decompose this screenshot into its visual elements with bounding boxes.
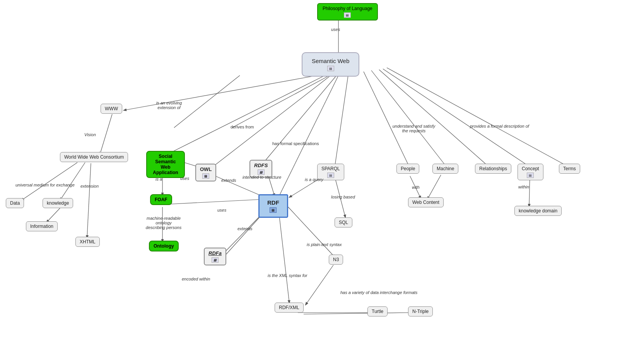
information-node[interactable]: Information xyxy=(26,221,58,231)
svg-line-25 xyxy=(335,176,345,217)
social-label: Social Semantic Web Application xyxy=(153,154,178,175)
owl-box: OWL ▤ xyxy=(195,164,216,181)
rdfa-node[interactable]: RDFa ▤ xyxy=(204,248,226,265)
rdfs-node[interactable]: RDFS ▤ xyxy=(249,160,272,178)
relationships-node[interactable]: Relationships xyxy=(475,164,511,174)
people-label: People xyxy=(401,166,415,171)
svg-line-33 xyxy=(427,175,441,199)
social-box: Social Semantic Web Application xyxy=(146,151,185,178)
foaf-node[interactable]: FOAF xyxy=(150,194,172,205)
edge-label-variety: has a variety of data interchange format… xyxy=(340,290,417,295)
ontology-box: Ontology xyxy=(149,241,179,251)
svg-line-35 xyxy=(174,75,240,128)
ontology-label: Ontology xyxy=(154,243,174,249)
knowledge-label: knowledge xyxy=(47,200,69,206)
relationships-label: Relationships xyxy=(479,166,507,171)
knowledgedomain-box: knowledge domain xyxy=(514,206,562,216)
wwc-box: World Wide Web Consortium xyxy=(60,152,128,162)
edge-label-uses-top: uses xyxy=(331,27,340,32)
semantic-web-icon: ▤ xyxy=(327,66,334,71)
concept-box: Concept ▤ xyxy=(518,164,543,180)
svg-line-19 xyxy=(211,174,265,197)
information-label: Information xyxy=(30,224,53,229)
owl-icon: ▤ xyxy=(202,173,209,179)
sql-box: SQL xyxy=(335,217,352,227)
turtle-node[interactable]: Turtle xyxy=(367,306,388,316)
svg-line-11 xyxy=(387,68,568,166)
xhtml-node[interactable]: XHTML xyxy=(75,237,100,247)
svg-line-9 xyxy=(379,70,489,167)
data-node[interactable]: Data xyxy=(6,198,24,208)
n3-node[interactable]: N3 xyxy=(329,255,343,265)
svg-line-36 xyxy=(232,75,330,128)
svg-line-27 xyxy=(278,209,289,303)
rdf-label: RDF xyxy=(267,199,279,206)
svg-line-20 xyxy=(166,199,264,204)
sparql-node[interactable]: SPARQL ▤ xyxy=(317,164,344,180)
svg-line-1 xyxy=(124,75,317,110)
people-node[interactable]: People xyxy=(396,164,419,174)
philosophy-box: Philosophy of Language ▤ xyxy=(317,3,378,21)
edge-label-losing: losing based xyxy=(331,195,355,199)
svg-line-14 xyxy=(60,162,85,200)
edge-label-understand: understand and satisfythe requests xyxy=(387,124,441,133)
foaf-label: FOAF xyxy=(155,197,167,202)
edge-label-extends-owl: extends xyxy=(221,178,236,183)
machine-node[interactable]: Machine xyxy=(432,164,458,174)
webcontent-node[interactable]: Web Content xyxy=(408,197,444,207)
rdfxml-node[interactable]: RDF/XML xyxy=(275,303,304,313)
svg-line-8 xyxy=(371,70,447,167)
knowledgedomain-node[interactable]: knowledge domain xyxy=(514,206,562,216)
ntriple-node[interactable]: N-Triple xyxy=(408,306,433,316)
knowledge-node[interactable]: knowledge xyxy=(43,198,73,208)
sparql-icon: ▤ xyxy=(327,173,334,178)
svg-line-26 xyxy=(288,207,335,257)
machine-label: Machine xyxy=(437,166,454,171)
svg-line-3 xyxy=(211,75,331,168)
rdfs-box: RDFS ▤ xyxy=(249,160,272,178)
sparql-box: SPARQL ▤ xyxy=(317,164,344,180)
rdf-box: RDF ▤ xyxy=(258,194,288,218)
knowledge-box: knowledge xyxy=(43,198,73,208)
svg-line-10 xyxy=(383,69,529,166)
svg-line-32 xyxy=(410,176,421,198)
svg-line-13 xyxy=(21,162,77,200)
edge-label-ext-xhtml: extension xyxy=(80,184,99,188)
xhtml-label: XHTML xyxy=(80,239,96,245)
rdf-icon: ▤ xyxy=(270,207,277,213)
edge-label-derives: derives from xyxy=(231,125,254,129)
edge-label-with: with xyxy=(412,185,420,190)
concept-map-canvas: Philosophy of Language ▤ Semantic Web ▤ … xyxy=(0,0,644,354)
svg-line-4 xyxy=(263,75,337,163)
owl-node[interactable]: OWL ▤ xyxy=(195,164,216,181)
semantic-web-node[interactable]: Semantic Web ▤ xyxy=(302,52,359,77)
ntriple-box: N-Triple xyxy=(408,306,433,316)
relationships-box: Relationships xyxy=(475,164,511,174)
philosophy-icon: ▤ xyxy=(344,12,351,18)
philosophy-node[interactable]: Philosophy of Language ▤ xyxy=(317,3,378,21)
foaf-box: FOAF xyxy=(150,194,172,205)
rdfxml-box: RDF/XML xyxy=(275,303,304,313)
sparql-label: SPARQL xyxy=(321,166,340,171)
ontology-node[interactable]: Ontology xyxy=(149,241,179,251)
rdfa-icon: ▤ xyxy=(212,257,219,263)
people-box: People xyxy=(396,164,419,174)
terms-node[interactable]: Terms xyxy=(559,164,580,174)
www-node[interactable]: WWW xyxy=(101,104,122,114)
concept-node[interactable]: Concept ▤ xyxy=(518,164,543,180)
rdf-node[interactable]: RDF ▤ xyxy=(258,194,288,218)
information-box: Information xyxy=(26,221,58,231)
ntriple-label: N-Triple xyxy=(412,309,429,314)
social-node[interactable]: Social Semantic Web Application xyxy=(146,151,185,178)
edge-label-xml-syntax: is the XML syntax for xyxy=(268,273,307,278)
edge-label-plain-text: is plain-text syntax xyxy=(307,242,342,247)
sql-node[interactable]: SQL xyxy=(335,217,352,227)
edge-label-extension: is an evolvingextension of xyxy=(148,101,190,110)
edge-label-machine-readable: machine-readable ontologydescribing pers… xyxy=(138,216,189,230)
webcontent-label: Web Content xyxy=(412,200,439,205)
concept-icon: ▤ xyxy=(527,173,534,178)
svg-line-29 xyxy=(306,265,333,305)
www-label: WWW xyxy=(105,106,118,111)
svg-line-7 xyxy=(364,72,410,168)
wwc-node[interactable]: World Wide Web Consortium xyxy=(60,152,128,162)
